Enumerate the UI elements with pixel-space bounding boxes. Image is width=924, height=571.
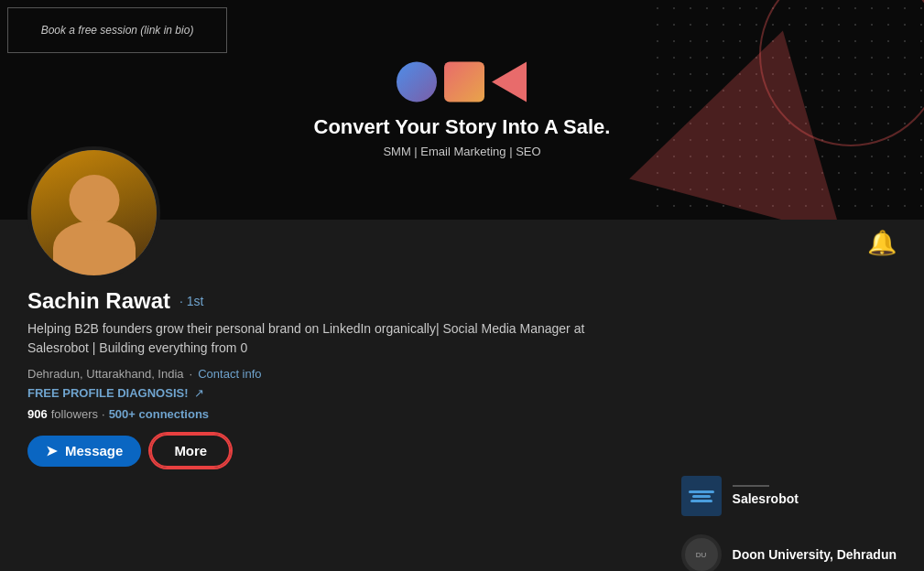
profile-section: 🔔 Sachin Rawat · 1st Helping B2B founder…: [0, 220, 924, 486]
contact-info-link[interactable]: Contact info: [198, 367, 261, 381]
right-panel: Salesrobot DU Doon University, Dehradun: [681, 476, 897, 571]
avatar-image: [31, 150, 157, 275]
free-diagnosis-row: FREE PROFILE DIAGNOSIS! ↗: [27, 386, 897, 400]
salesrobot-name: Salesrobot: [733, 491, 799, 506]
location-row: Dehradun, Uttarakhand, India · Contact i…: [27, 367, 897, 381]
sr-bar-1: [689, 490, 714, 493]
banner-subtitle: SMM | Email Marketing | SEO: [314, 145, 611, 158]
profile-headline: Helping B2B founders grow their personal…: [27, 319, 595, 358]
notification-button[interactable]: 🔔: [867, 229, 897, 257]
banner-icons: [314, 62, 611, 102]
external-link-icon: ↗: [194, 386, 204, 400]
message-label: Message: [65, 443, 123, 458]
followers-count: 906: [27, 407, 48, 421]
connections-link[interactable]: 500+ connections: [109, 407, 209, 421]
stats-separator: ·: [102, 407, 105, 421]
banner-center-content: Convert Your Story Into A Sale. SMM | Em…: [314, 62, 611, 158]
message-button[interactable]: ➤ Message: [27, 436, 141, 467]
salesrobot-logo: [681, 476, 722, 516]
followers-label: followers: [51, 407, 98, 421]
banner-square-icon: [444, 62, 484, 102]
banner-circle-icon: [397, 62, 437, 102]
salesrobot-divider-name: Salesrobot: [733, 485, 799, 507]
name-row: Sachin Rawat · 1st: [27, 288, 897, 314]
banner-title: Convert Your Story Into A Sale.: [314, 115, 611, 139]
location-text: Dehradun, Uttarakhand, India: [27, 367, 184, 381]
sr-bar-2: [692, 495, 711, 498]
banner-play-icon: [492, 62, 527, 102]
message-icon: ➤: [46, 443, 58, 459]
more-button[interactable]: More: [150, 434, 231, 468]
action-row: ➤ Message More: [27, 434, 897, 468]
profile-name: Sachin Rawat: [27, 288, 170, 314]
location-dot: ·: [190, 367, 193, 381]
profile-info: Sachin Rawat · 1st Helping B2B founders …: [27, 220, 897, 468]
avatar-head: [69, 175, 119, 225]
bell-icon[interactable]: 🔔: [867, 229, 897, 256]
doon-name: Doon University, Dehradun: [733, 547, 897, 562]
doon-logo-inner: DU: [685, 538, 718, 571]
company-salesrobot[interactable]: Salesrobot: [681, 476, 897, 516]
connection-badge: · 1st: [179, 294, 203, 308]
free-diagnosis-link[interactable]: FREE PROFILE DIAGNOSIS!: [27, 386, 189, 400]
company-doon[interactable]: DU Doon University, Dehradun: [681, 534, 897, 571]
avatar: [27, 146, 160, 279]
banner-ad: Book a free session (link in bio): [7, 7, 227, 53]
avatar-body: [53, 221, 136, 275]
stats-row: 906 followers · 500+ connections: [27, 407, 897, 421]
salesrobot-divider: [733, 485, 769, 487]
sr-bar-3: [690, 500, 712, 502]
doon-logo: DU: [681, 534, 722, 571]
